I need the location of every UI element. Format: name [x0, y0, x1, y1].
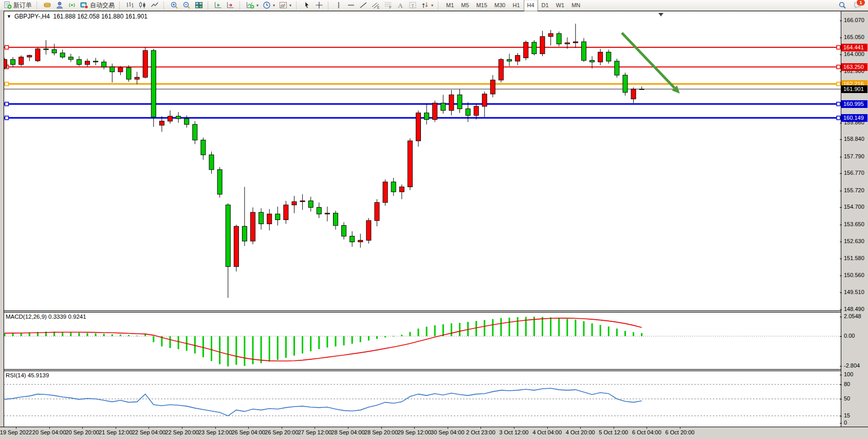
level-marker-icon[interactable] — [5, 82, 9, 86]
bar-chart-button[interactable] — [124, 0, 136, 11]
macd-bar — [120, 335, 121, 336]
price-badge-161.901: 161.901 — [841, 85, 867, 93]
time-label: 26 Sep 20:00 — [265, 429, 298, 435]
vline-button[interactable] — [333, 0, 345, 11]
level-marker-icon[interactable] — [5, 116, 9, 120]
candle — [77, 56, 81, 66]
autotrade-button[interactable]: 自动交易 — [78, 0, 117, 11]
axis-tick — [840, 336, 842, 337]
candle — [60, 50, 65, 59]
tf-m1-button[interactable]: M1 — [442, 0, 457, 11]
macd-indicator-canvas[interactable] — [4, 313, 841, 369]
rsi-indicator-canvas[interactable] — [4, 371, 841, 427]
level-marker-icon[interactable] — [837, 102, 840, 106]
tf-mn-button[interactable]: MN — [568, 0, 584, 11]
line-chart-button[interactable] — [149, 0, 161, 11]
macd-bar — [211, 336, 212, 361]
price-tick-label: 152.630 — [844, 238, 864, 244]
chart-shift-button[interactable] — [225, 0, 237, 11]
channel-button[interactable]: E — [370, 0, 382, 11]
candle — [582, 38, 586, 62]
macd-bar — [592, 323, 593, 336]
trendline-button[interactable] — [357, 0, 370, 11]
fibonacci-button[interactable]: F — [382, 0, 394, 11]
time-label: 19 Sep 2022 — [0, 429, 32, 435]
axis-tick — [840, 259, 842, 259]
arrows-button[interactable]: ▾ — [419, 0, 435, 11]
signals-button[interactable] — [66, 0, 78, 11]
new-order-button[interactable]: 新订单 — [2, 0, 34, 11]
text-button[interactable]: A — [394, 0, 407, 11]
time-label: 28 Sep 04:00 — [331, 429, 364, 435]
indicators-button[interactable]: ▾ — [244, 0, 261, 11]
time-tick — [481, 427, 481, 429]
cursor-button[interactable] — [301, 0, 313, 11]
tf-h4-button[interactable]: H4 — [524, 0, 538, 11]
indicators-icon — [246, 1, 254, 9]
tf-w1-button[interactable]: W1 — [552, 0, 568, 11]
time-tick — [16, 427, 16, 429]
crosshair-button[interactable] — [313, 0, 325, 11]
toolbar-group — [301, 0, 325, 10]
tf-m30-button[interactable]: M30 — [491, 0, 509, 11]
level-marker-icon[interactable] — [837, 116, 840, 120]
zoom-in-icon — [170, 1, 178, 9]
hline-button[interactable] — [345, 0, 357, 11]
level-marker-icon[interactable] — [837, 65, 840, 69]
tf-m15-button[interactable]: M15 — [473, 0, 491, 11]
chart-ohlc-values: 161.888 162.058 161.880 161.901 — [53, 13, 148, 20]
tf-m5-button[interactable]: M5 — [457, 0, 472, 11]
chat-button[interactable]: 1 — [852, 0, 864, 11]
price-chart-canvas[interactable] — [4, 11, 841, 310]
auto-scroll-button[interactable] — [212, 0, 225, 11]
candle — [308, 197, 313, 212]
zoom-out-button[interactable] — [180, 0, 193, 11]
macd-bar — [178, 336, 179, 349]
axis-tick — [840, 242, 842, 242]
market-watch-button[interactable] — [41, 0, 53, 11]
candle — [391, 178, 396, 196]
level-marker-icon[interactable] — [5, 46, 9, 49]
price-badge-163.250: 163.250 — [841, 63, 867, 71]
candle — [507, 54, 512, 66]
periods-button[interactable]: ▾ — [261, 0, 277, 11]
candle — [234, 225, 238, 271]
tf-h1-button[interactable]: H1 — [509, 0, 523, 11]
candle — [259, 208, 264, 230]
macd-scale-label: -2.804 — [844, 362, 860, 369]
tf-d1-button[interactable]: D1 — [538, 0, 552, 11]
toolbar-group — [124, 0, 161, 10]
candle — [457, 89, 462, 113]
time-tick — [282, 427, 282, 429]
time-tick — [381, 427, 382, 429]
candle-chart-button[interactable] — [136, 0, 149, 11]
candle — [201, 138, 206, 160]
candle — [424, 104, 429, 124]
search-button[interactable] — [836, 0, 848, 11]
text-label-button[interactable]: T — [407, 0, 419, 11]
candle — [27, 54, 32, 61]
level-marker-icon[interactable] — [837, 46, 840, 49]
one-click-trading-arrow[interactable]: ▼ — [7, 14, 11, 19]
templates-button[interactable]: ▾ — [277, 0, 293, 11]
chart-shift-marker-icon[interactable] — [658, 13, 663, 16]
candles-icon — [138, 1, 146, 9]
zoom-in-button[interactable] — [168, 0, 180, 11]
candle — [482, 92, 487, 117]
time-label: 28 Sep 20:00 — [364, 429, 398, 435]
macd-bar — [360, 336, 361, 342]
macd-bar — [12, 333, 14, 336]
rsi-label: RSI(14) 45.9139 — [6, 372, 49, 378]
level-marker-icon[interactable] — [5, 102, 9, 106]
price-tick-label: 153.650 — [844, 221, 864, 227]
price-axis[interactable]: 166.070165.050164.000162.980159.860158.8… — [841, 0, 868, 427]
level-marker-icon[interactable] — [837, 82, 840, 86]
time-axis[interactable]: 19 Sep 202220 Sep 04:0020 Sep 20:0021 Se… — [0, 427, 868, 437]
time-tick — [49, 427, 50, 429]
candle — [383, 179, 387, 206]
chart-title: ▼GBPJPY-,H4 161.888 162.058 161.880 161.… — [7, 13, 147, 20]
tile-windows-button[interactable] — [193, 0, 205, 11]
accounts-button[interactable] — [53, 0, 66, 11]
new-order-icon — [4, 1, 12, 9]
trend-arrow[interactable] — [622, 33, 674, 88]
